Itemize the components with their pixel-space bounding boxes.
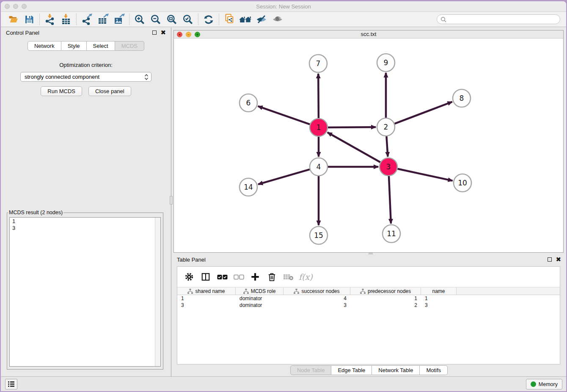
add-row-button[interactable] [249,271,261,283]
network-maximize-button[interactable]: + [195,32,200,37]
export-network-icon [81,14,93,25]
graph-node-14[interactable]: 14 [239,178,257,196]
network-close-button[interactable]: × [177,32,182,37]
memory-status-icon [531,381,536,387]
graph-edge-2-3[interactable] [386,136,388,157]
graph-edge-3-11[interactable] [389,176,391,224]
graph-edge-3-1[interactable] [328,133,380,162]
show-columns-button[interactable] [200,271,212,283]
graph-node-1[interactable]: 1 [310,119,328,136]
graph-node-11[interactable]: 11 [383,225,400,243]
graph-edge-4-14[interactable] [258,169,310,184]
export-network-button[interactable] [79,13,95,26]
graph-edge-1-6[interactable] [258,106,310,124]
optimization-criterion-label: Optimization criterion: [1,62,171,68]
table-cell[interactable]: 2 [350,302,421,309]
graph-node-10[interactable]: 10 [454,174,471,192]
hide-selected-button[interactable] [253,13,270,26]
table-cell[interactable]: dominator [236,302,284,309]
zoom-in-button[interactable] [132,13,148,26]
close-panel-button[interactable]: Close panel [88,86,131,96]
tab-network[interactable]: Network [28,41,61,51]
graph-edge-1-2[interactable] [328,127,376,127]
result-scrollbar[interactable] [155,218,160,366]
open-session-button[interactable] [5,13,21,26]
home-button[interactable] [237,13,253,26]
tab-motifs[interactable]: Motifs [420,365,448,375]
export-table-button[interactable] [95,13,111,26]
clone-network-button[interactable] [221,13,237,26]
graph-node-9[interactable]: 9 [377,54,395,72]
graph-edge-3-10[interactable] [398,169,453,181]
show-all-button[interactable] [270,13,286,26]
table-row[interactable]: 3dominator323 [177,302,560,309]
network-minimize-button[interactable]: − [186,32,191,37]
network-canvas[interactable]: 7968124314101511 [174,39,563,252]
close-window-button[interactable] [5,4,10,9]
table-settings-button[interactable] [183,271,195,283]
graph-node-3[interactable]: 3 [380,158,397,176]
column-header-shared-name[interactable]: shared name [177,287,236,295]
minimize-window-button[interactable] [13,4,18,9]
panel-divider-grip[interactable] [170,196,173,204]
tab-network-table[interactable]: Network Table [372,365,420,375]
import-table-button[interactable] [58,13,74,26]
graph-node-2[interactable]: 2 [377,118,395,136]
close-panel-icon[interactable]: ✖ [160,30,166,35]
table-cell[interactable]: 3 [177,302,236,309]
table-cell[interactable]: 3 [421,302,457,309]
close-table-panel-icon[interactable]: ✖ [556,257,561,262]
table-cell[interactable]: 1 [421,295,457,302]
graph-node-6[interactable]: 6 [239,94,257,112]
table-row[interactable]: 1dominator411 [177,295,560,302]
float-table-panel-icon[interactable] [548,257,552,262]
float-panel-icon[interactable] [152,30,157,35]
export-image-button[interactable] [111,13,127,26]
task-history-button[interactable] [5,379,17,389]
tab-select[interactable]: Select [87,41,115,51]
table-cell[interactable]: 1 [177,295,236,302]
delete-row-button[interactable] [266,271,278,283]
criterion-select[interactable]: strongly connected component [20,72,151,82]
tab-style[interactable]: Style [61,41,87,51]
graph-node-15[interactable]: 15 [310,226,328,244]
home-icon [239,14,252,25]
search-input[interactable] [449,17,556,22]
tab-mcds[interactable]: MCDS [115,41,144,51]
table-cell[interactable]: 3 [284,302,350,309]
graph-edge-2-8[interactable] [395,102,452,124]
zoom-fit-button[interactable] [164,13,180,26]
save-session-button[interactable] [21,13,37,26]
zoom-out-button[interactable] [148,13,164,26]
table-cell[interactable]: 4 [284,295,350,302]
deselect-all-checkboxes-button[interactable] [233,271,245,283]
function-builder-button[interactable]: f(x) [299,272,313,282]
zoom-window-button[interactable] [22,4,27,9]
graph-node-7[interactable]: 7 [309,55,327,72]
graph-edge-1-7[interactable] [318,74,319,118]
column-header-successor-nodes[interactable]: successor nodes [284,287,350,295]
zoom-out-icon [150,14,161,25]
run-mcds-button[interactable]: Run MCDS [41,86,82,96]
table-cell[interactable]: dominator [236,295,284,302]
table-header-row: shared nameMCDS rolesuccessor nodesprede… [177,287,560,295]
column-header-MCDS-role[interactable]: MCDS role [236,287,284,295]
table-cell[interactable]: 1 [350,295,421,302]
column-header-predecessor-nodes[interactable]: predecessor nodes [350,287,421,295]
tab-node-table[interactable]: Node Table [290,365,332,375]
import-network-button[interactable] [42,13,58,26]
memory-button[interactable]: Memory [526,379,562,389]
delete-table-button[interactable] [282,271,294,283]
refresh-button[interactable] [201,13,217,26]
column-tree-icon [360,289,366,294]
graph-node-4[interactable]: 4 [310,158,328,176]
select-all-checkboxes-button[interactable] [216,271,228,283]
tab-edge-table[interactable]: Edge Table [331,365,372,375]
zoom-in-icon [134,14,145,25]
refresh-icon [203,14,214,25]
zoom-selected-button[interactable] [180,13,196,26]
column-header-name[interactable]: name [421,287,457,295]
import-network-icon [44,14,55,25]
graph-node-8[interactable]: 8 [453,89,471,107]
status-bar: Memory [1,376,566,391]
